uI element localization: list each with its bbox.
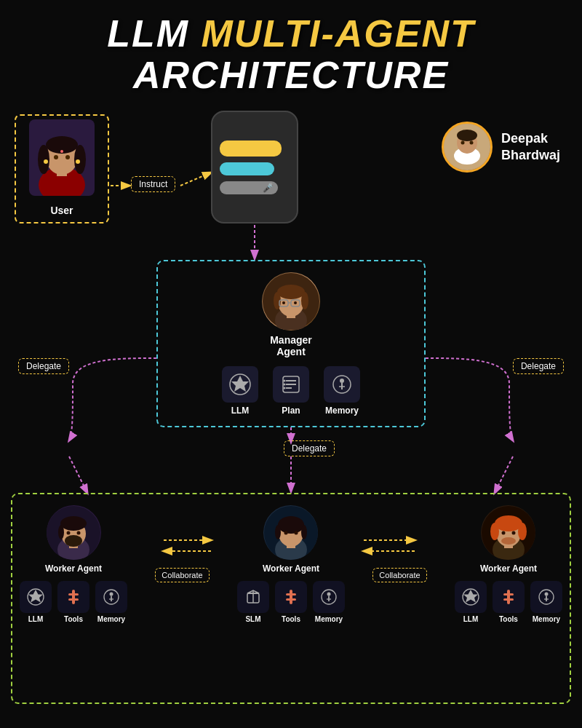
svg-point-20 — [60, 150, 63, 153]
worker-3-tool-memory: Memory — [530, 581, 562, 623]
svg-point-77 — [301, 525, 307, 539]
manager-tool-memory: Memory — [324, 366, 360, 416]
svg-point-75 — [278, 516, 304, 534]
delegate-left-label: Delegate — [18, 358, 69, 374]
deepak-avatar-svg — [444, 124, 490, 170]
worker-1-label: Worker Agent — [45, 563, 102, 574]
svg-point-68 — [110, 593, 113, 596]
svg-point-29 — [469, 141, 473, 145]
collaborate-left-label: Collaborate — [155, 568, 209, 582]
openai-icon — [228, 373, 252, 396]
worker-2-svg — [264, 506, 318, 560]
manager-tools: LLM Plan — [222, 366, 360, 416]
svg-rect-66 — [68, 598, 79, 601]
svg-point-98 — [501, 531, 505, 534]
svg-point-19 — [65, 155, 70, 159]
svg-point-100 — [501, 537, 516, 545]
title-llm: LLM — [107, 12, 189, 55]
user-avatar — [29, 119, 95, 196]
workers-row: Worker Agent LLM — [20, 505, 562, 623]
svg-point-27 — [457, 130, 477, 141]
worker-1-memory-label: Memory — [97, 615, 125, 623]
svg-point-49 — [284, 387, 286, 389]
worker-3-memory-label: Memory — [533, 615, 560, 623]
deepak-area: Deepak Bhardwaj — [442, 122, 560, 173]
svg-point-58 — [60, 516, 87, 531]
worker-3-memory-icon — [530, 581, 562, 613]
svg-point-60 — [65, 535, 82, 547]
svg-point-40 — [282, 301, 285, 304]
title-architecture: ARCHITECTURE — [0, 55, 582, 96]
worker-1-llm-icon — [20, 581, 52, 613]
memory-icon-box — [324, 366, 360, 403]
memory2-icon — [319, 587, 338, 606]
svg-point-48 — [284, 384, 286, 386]
title-line1: LLM MULTI-AGENT — [0, 13, 582, 55]
worker-3-section: Worker Agent LLM — [455, 505, 562, 623]
svg-point-41 — [294, 301, 297, 304]
svg-rect-86 — [286, 598, 296, 601]
svg-rect-84 — [290, 590, 292, 604]
worker-1-svg — [47, 506, 100, 560]
instruct-box: Instruct — [131, 176, 175, 192]
worker-3-tool-tools: Tools — [493, 581, 525, 623]
deepak-avatar — [442, 122, 493, 173]
svg-point-59 — [58, 525, 64, 539]
manager-tool-plan: Plan — [273, 366, 309, 416]
svg-point-22 — [44, 159, 48, 164]
svg-point-47 — [284, 380, 286, 382]
svg-rect-103 — [503, 593, 514, 596]
worker-2-memory-label: Memory — [315, 615, 343, 623]
memory3-icon — [537, 587, 556, 606]
svg-point-62 — [77, 531, 81, 534]
svg-line-2 — [180, 173, 211, 186]
worker-3-tools-label: Tools — [499, 615, 518, 623]
openai-small-icon — [26, 587, 45, 606]
svg-point-78 — [284, 531, 287, 534]
wrench3-icon — [500, 588, 517, 606]
svg-point-16 — [38, 145, 49, 174]
worker-1-tool-tools: Tools — [57, 581, 89, 623]
svg-point-36 — [301, 292, 308, 309]
svg-point-99 — [511, 531, 515, 534]
manager-label: Manager Agent — [270, 334, 312, 357]
plan-label: Plan — [282, 405, 300, 416]
worker-2-tools-icon — [275, 581, 307, 613]
worker-2-slm-icon — [237, 581, 269, 613]
svg-point-96 — [490, 523, 499, 540]
svg-line-5 — [69, 456, 87, 493]
svg-point-88 — [327, 593, 330, 596]
worker-3-label: Worker Agent — [480, 563, 537, 574]
collaborate-right-label: Collaborate — [372, 568, 426, 582]
plan-icon — [280, 373, 302, 395]
worker-2-tool-tools: Tools — [275, 581, 307, 623]
worker-2-section: Worker Agent SLM — [237, 505, 345, 623]
diagram: User Instruct 🎤 Deepak Bhardwaj — [0, 100, 582, 726]
memory-label: Memory — [325, 405, 359, 416]
worker-2-tool-slm: SLM — [237, 581, 269, 623]
worker-1-section: Worker Agent LLM — [20, 505, 127, 623]
manager-avatar-svg — [263, 273, 319, 330]
openai-icon3 — [461, 587, 480, 606]
delegate-right-label: Delegate — [513, 358, 564, 374]
worker-1-tools-label: Tools — [64, 615, 83, 623]
instruct-label: Instruct — [139, 179, 167, 189]
svg-point-18 — [54, 155, 58, 159]
llm-icon-box — [222, 366, 258, 403]
worker-2-memory-icon — [313, 581, 345, 613]
worker-1-tools: LLM Tools — [20, 581, 127, 623]
manager-agent-box: Manager Agent LLM — [156, 260, 426, 427]
svg-point-97 — [518, 523, 527, 540]
memory-icon — [331, 373, 353, 395]
worker-2-label: Worker Agent — [263, 563, 319, 574]
chat-bubble-1 — [220, 141, 282, 157]
svg-rect-85 — [286, 593, 296, 596]
user-box: User — [15, 114, 109, 223]
svg-rect-104 — [503, 598, 514, 601]
svg-point-51 — [340, 379, 344, 383]
worker-1-avatar — [47, 505, 101, 560]
svg-rect-102 — [507, 590, 510, 604]
worker-1-tool-llm: LLM — [20, 581, 52, 623]
title-multi-agent: MULTI-AGENT — [201, 12, 474, 55]
svg-rect-64 — [72, 590, 75, 604]
